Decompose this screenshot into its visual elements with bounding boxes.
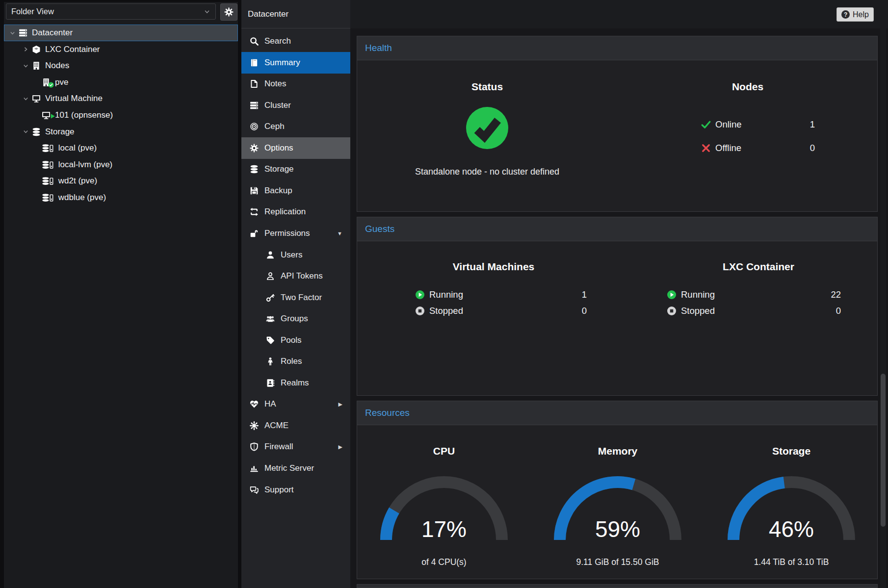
building-check-icon — [42, 78, 51, 87]
tree-item-wdblue-pve[interactable]: wdblue (pve) — [4, 189, 238, 206]
nav-item-notes[interactable]: Notes — [241, 73, 350, 95]
tree-item-label: LXC Container — [45, 45, 100, 54]
nav-item-options[interactable]: Options — [241, 137, 350, 159]
shield-icon — [249, 442, 260, 451]
chevron-down-icon[interactable] — [9, 30, 16, 36]
question-circle-icon: ? — [841, 10, 850, 19]
health-panel-title: Health — [365, 43, 392, 53]
health-panel: Health Status Standalone node - no clust… — [357, 36, 878, 212]
chevron-down-icon[interactable] — [22, 96, 29, 102]
stop-circle-icon — [415, 306, 425, 316]
storage-gauge-caption: 1.44 TiB of 3.10 TiB — [718, 557, 865, 567]
nav-item-replication[interactable]: Replication — [241, 201, 350, 223]
server-icon — [249, 101, 260, 110]
nav-item-groups[interactable]: Groups — [241, 308, 350, 330]
nav-item-label: Replication — [264, 207, 306, 217]
tree-item-label: 101 (opnsense) — [55, 110, 113, 120]
tree-item-pve[interactable]: pve — [4, 74, 238, 91]
nav-item-label: Groups — [281, 314, 308, 324]
resources-panel-title: Resources — [365, 408, 410, 418]
guest-status-value: 0 — [582, 306, 587, 316]
tree-item-101-opnsense[interactable]: 101 (opnsense) — [4, 107, 238, 124]
help-button[interactable]: ? Help — [836, 7, 874, 22]
tree-item-lxc-container[interactable]: LXC Container — [4, 41, 238, 58]
nav-item-ha[interactable]: HA▶ — [241, 393, 350, 415]
memory-gauge-caption: 9.11 GiB of 15.50 GiB — [544, 557, 691, 567]
tree-item-local-pve[interactable]: local (pve) — [4, 140, 238, 156]
guests-panel: Guests Virtual Machines LXC Container Ru… — [357, 217, 878, 396]
nav-item-label: Cluster — [264, 101, 291, 110]
view-mode-select[interactable]: Folder View — [6, 3, 216, 20]
tag-icon — [265, 336, 276, 345]
guest-status-label: Stopped — [429, 306, 582, 316]
gear-icon — [224, 7, 234, 17]
tree-item-label: local (pve) — [58, 143, 97, 153]
node-status-value: 1 — [810, 119, 815, 130]
nav-item-metric-server[interactable]: Metric Server — [241, 458, 350, 479]
nav-item-label: Support — [264, 485, 294, 495]
storage-gauge-heading: Storage — [718, 445, 865, 457]
tree-item-label: Virtual Machine — [45, 94, 103, 103]
chevron-down-icon[interactable] — [22, 128, 29, 135]
tree-item-wd2t-pve[interactable]: wd2t (pve) — [4, 173, 238, 189]
nav-item-backup[interactable]: Backup — [241, 180, 350, 202]
floppy-icon — [249, 186, 260, 195]
guest-status-row-running: Running1 — [415, 286, 587, 303]
status-heading: Status — [414, 81, 561, 93]
tree-item-datacenter[interactable]: Datacenter — [4, 25, 238, 41]
tree-item-label: local-lvm (pve) — [58, 160, 113, 170]
guest-status-value: 22 — [831, 289, 841, 300]
nav-item-summary[interactable]: Summary — [241, 52, 350, 74]
nav-item-api-tokens[interactable]: API Tokens — [241, 265, 350, 287]
gear-icon — [249, 144, 260, 153]
nav-item-label: Backup — [264, 186, 292, 196]
play-circle-icon — [415, 290, 425, 300]
nav-item-label: Storage — [264, 164, 294, 174]
nav-item-label: Pools — [281, 335, 302, 345]
top-bar — [350, 0, 888, 28]
database-drive-icon — [42, 193, 54, 202]
nav-item-storage[interactable]: Storage — [241, 158, 350, 180]
tree-item-local-lvm-pve[interactable]: local-lvm (pve) — [4, 156, 238, 173]
nav-item-pools[interactable]: Pools — [241, 330, 350, 351]
guests-panel-header: Guests — [357, 217, 877, 241]
expand-arrow-icon: ▼ — [337, 230, 342, 236]
resources-panel: Resources CPU 17% of 4 CPU(s) Memory 59%… — [357, 401, 878, 579]
nav-item-label: Ceph — [264, 122, 285, 131]
chevron-down-icon[interactable] — [22, 63, 29, 69]
nav-item-support[interactable]: Support — [241, 479, 350, 501]
vm-column-heading: Virtual Machines — [420, 261, 567, 273]
nav-item-cluster[interactable]: Cluster — [241, 95, 350, 116]
nav-item-firewall[interactable]: Firewall▶ — [241, 436, 350, 458]
nav-item-realms[interactable]: Realms — [241, 372, 350, 394]
collapse-arrow-icon: ▶ — [339, 444, 342, 450]
chevron-right-icon[interactable] — [22, 46, 29, 52]
nav-item-roles[interactable]: Roles — [241, 351, 350, 372]
nav-item-ceph[interactable]: Ceph — [241, 116, 350, 137]
view-mode-value: Folder View — [11, 7, 54, 16]
nav-item-label: Permissions — [264, 229, 310, 238]
nav-item-two-factor[interactable]: Two Factor — [241, 287, 350, 308]
unlock-icon — [249, 229, 260, 238]
nav-item-label: API Tokens — [281, 271, 323, 281]
help-button-label: Help — [853, 10, 869, 19]
guest-status-row-stopped: Stopped0 — [415, 303, 587, 319]
nav-item-permissions[interactable]: Permissions▼ — [241, 223, 350, 244]
content-scrollbar-thumb[interactable] — [881, 374, 886, 527]
nav-item-users[interactable]: Users — [241, 244, 350, 266]
tree-item-virtual-machine[interactable]: Virtual Machine — [4, 90, 238, 107]
nav-item-search[interactable]: Search — [241, 30, 350, 52]
database-drive-icon — [42, 160, 54, 169]
acme-icon — [249, 421, 260, 430]
monitor-play-icon — [42, 111, 51, 120]
guest-status-row-running: Running22 — [667, 286, 841, 303]
tree-item-nodes[interactable]: Nodes — [4, 57, 238, 74]
tree-item-storage[interactable]: Storage — [4, 124, 238, 140]
nodes-heading: Nodes — [674, 81, 821, 93]
lxc-status-list: Running22Stopped0 — [667, 286, 841, 319]
nav-item-acme[interactable]: ACME — [241, 415, 350, 436]
database-drive-icon — [42, 144, 54, 153]
chevron-down-icon — [204, 8, 210, 15]
tree-settings-button[interactable] — [220, 3, 237, 21]
stop-circle-icon — [667, 306, 677, 316]
